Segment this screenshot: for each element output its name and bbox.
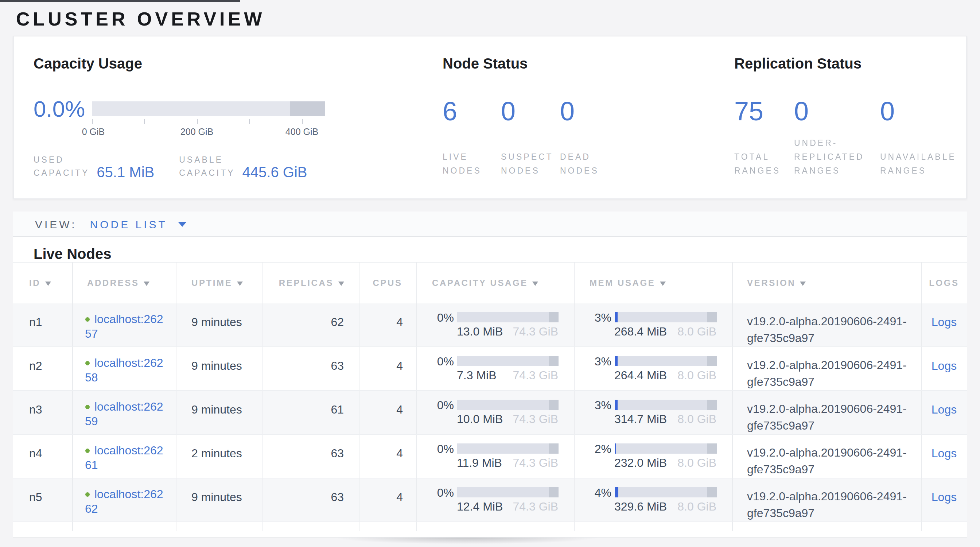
used-capacity-value: 65.1 MiB	[97, 165, 154, 180]
node-address-link[interactable]: localhost:26261	[85, 444, 163, 471]
logs-link[interactable]: Logs	[932, 447, 957, 460]
label-line: LIVE	[442, 150, 482, 164]
column-header-uptime[interactable]: UPTIME	[176, 262, 262, 304]
node-version: v19.2.0-alpha.20190606-2491-gfe735c9a97	[732, 304, 921, 347]
label-line: UNAVAILABLE	[880, 150, 956, 164]
capacity-bar-reserved	[549, 312, 558, 322]
capacity-usage-widget: 0% 11.9 MiB74.3 GiB	[432, 444, 558, 469]
mem-values: 329.6 MiB8.0 GiB	[614, 501, 716, 513]
column-label: ADDRESS	[87, 278, 139, 288]
axis-tick	[197, 119, 197, 124]
mem-bar	[614, 400, 716, 410]
node-status-stats: 6 LIVE NODES 0 SUSPECT NODES 0 DEAD NODE…	[442, 98, 629, 178]
node-replicas: 63	[262, 478, 359, 522]
column-header-id[interactable]: ID	[13, 262, 72, 304]
mem-bar-fill	[614, 356, 617, 366]
node-uptime: 9 minutes	[176, 347, 262, 391]
node-version: v19.2.0-alpha.20190606-2491-gfe735c9a97	[732, 478, 921, 522]
dead-nodes-label: DEAD NODES	[560, 150, 599, 178]
column-label: CAPACITY USAGE	[432, 278, 528, 288]
live-nodes-title: Live Nodes	[13, 237, 967, 262]
node-address-link[interactable]: localhost:26257	[85, 313, 163, 340]
node-cpus: 4	[359, 304, 416, 347]
column-header-address[interactable]: ADDRESS	[72, 262, 176, 304]
live-status-dot-icon	[85, 492, 89, 497]
label-line: NODES	[501, 164, 554, 178]
node-address-cell: localhost:26257	[72, 304, 176, 347]
capacity-bar-reserved	[549, 356, 558, 366]
mem-usage-widget: 2% 232.0 MiB8.0 GiB	[590, 444, 716, 469]
column-header-capacity-usage[interactable]: CAPACITY USAGE	[416, 262, 574, 304]
capacity-values: 7.3 MiB74.3 GiB	[457, 370, 558, 382]
column-header-replicas[interactable]: REPLICAS	[262, 262, 359, 304]
logs-link[interactable]: Logs	[932, 359, 957, 372]
mem-total: 8.0 GiB	[678, 413, 716, 425]
capacity-usage-widget: 0% 7.3 MiB74.3 GiB	[432, 356, 558, 382]
column-header-cpus[interactable]: CPUS	[359, 262, 416, 304]
axis-tick	[92, 119, 92, 124]
node-logs-cell: Logs	[921, 347, 967, 391]
mem-total: 8.0 GiB	[678, 370, 716, 382]
table-row-n3: n3 localhost:26259 9 minutes 61 4 0% 10.…	[13, 391, 967, 434]
axis-tick-label: 400 GiB	[285, 127, 318, 137]
usable-capacity-stat: USABLE CAPACITY 445.6 GiB	[179, 153, 307, 180]
capacity-percent: 0%	[432, 400, 454, 425]
live-nodes-stat: 6 LIVE NODES	[442, 98, 501, 178]
logs-link[interactable]: Logs	[932, 491, 957, 503]
node-version: v19.2.0-alpha.20190606-2491-gfe735c9a97	[732, 347, 921, 391]
logs-link[interactable]: Logs	[932, 403, 957, 416]
column-header-mem-usage[interactable]: MEM USAGE	[574, 262, 732, 304]
mem-bar-fill	[614, 400, 617, 410]
capacity-bar-group: 7.3 MiB74.3 GiB	[457, 356, 558, 382]
node-replicas: 63	[262, 347, 359, 391]
node-address: localhost:26258	[85, 356, 167, 385]
node-address: localhost:26257	[85, 312, 167, 341]
mem-bar-reserved	[707, 356, 716, 366]
top-edge-artifact	[0, 0, 240, 2]
logs-link[interactable]: Logs	[932, 316, 957, 328]
capacity-used: 13.0 MiB	[457, 326, 503, 338]
capacity-total: 74.3 GiB	[512, 370, 558, 382]
capacity-used: 12.4 MiB	[457, 501, 503, 513]
node-address: localhost:26261	[85, 444, 167, 472]
node-mem-usage-cell: 2% 232.0 MiB8.0 GiB	[574, 434, 732, 478]
node-address-cell: localhost:26258	[72, 347, 176, 391]
node-logs-cell: Logs	[921, 478, 967, 522]
live-nodes-label: LIVE NODES	[442, 150, 482, 178]
label-line: UNDER-	[794, 137, 864, 150]
page-title: CLUSTER OVERVIEW	[16, 8, 265, 31]
sort-desc-icon	[660, 281, 665, 286]
table-row-n2: n2 localhost:26258 9 minutes 63 4 0% 7.3…	[13, 347, 967, 391]
mem-usage-widget: 3% 314.7 MiB8.0 GiB	[590, 400, 716, 425]
capacity-bar	[457, 356, 558, 366]
label-line: DEAD	[560, 150, 599, 164]
node-uptime: 2 minutes	[176, 434, 262, 478]
suspect-nodes-label: SUSPECT NODES	[501, 150, 554, 178]
column-header-logs: LOGS	[921, 262, 967, 304]
node-address-cell: localhost:26259	[72, 391, 176, 434]
node-id: n3	[13, 391, 72, 434]
mem-usage-widget: 4% 329.6 MiB8.0 GiB	[590, 487, 716, 513]
view-select-dropdown[interactable]: NODE LIST	[76, 218, 187, 230]
column-header-version[interactable]: VERSION	[732, 262, 921, 304]
mem-values: 314.7 MiB8.0 GiB	[614, 413, 716, 425]
node-mem-usage-cell: 3% 314.7 MiB8.0 GiB	[574, 391, 732, 434]
node-address-link[interactable]: localhost:26259	[85, 401, 163, 428]
capacity-usage-widget: 0% 12.4 MiB74.3 GiB	[432, 487, 558, 513]
node-capacity-usage-cell: 0% 13.0 MiB74.3 GiB	[416, 304, 574, 347]
node-mem-usage-cell: 4% 329.6 MiB8.0 GiB	[574, 478, 732, 522]
axis-tick	[250, 119, 250, 124]
capacity-bar-reserved	[549, 487, 558, 498]
mem-bar-fill	[614, 487, 618, 498]
replication-status-stats: 75 TOTAL RANGES 0 UNDER- REPLICATED RANG…	[734, 98, 980, 178]
view-label: VIEW:	[35, 218, 76, 230]
node-address-link[interactable]: localhost:26262	[85, 488, 163, 515]
column-label: REPLICAS	[279, 278, 334, 288]
table-row-partial	[13, 522, 967, 531]
node-address-link[interactable]: localhost:26258	[85, 357, 163, 384]
replication-status-heading: Replication Status	[734, 56, 862, 72]
mem-used: 264.4 MiB	[614, 370, 667, 382]
label-line: USED	[33, 153, 89, 166]
view-selected-value: NODE LIST	[90, 218, 167, 230]
mem-percent: 3%	[590, 312, 611, 338]
